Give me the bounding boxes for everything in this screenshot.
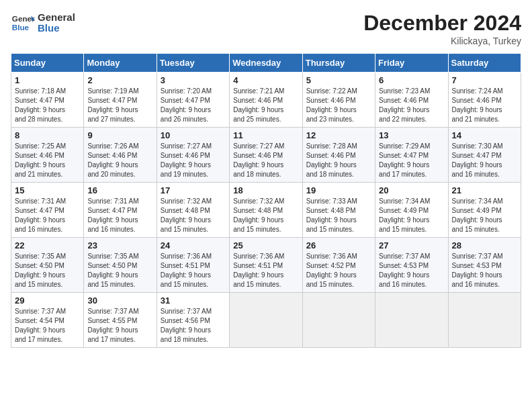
calendar-day-cell: 27Sunrise: 7:37 AM Sunset: 4:53 PM Dayli… bbox=[375, 238, 448, 293]
day-number: 11 bbox=[233, 130, 298, 140]
day-info: Sunrise: 7:36 AM Sunset: 4:52 PM Dayligh… bbox=[306, 252, 371, 289]
calendar-week-row: 15Sunrise: 7:31 AM Sunset: 4:47 PM Dayli… bbox=[11, 183, 521, 238]
day-number: 8 bbox=[15, 130, 80, 140]
calendar-day-cell: 23Sunrise: 7:35 AM Sunset: 4:50 PM Dayli… bbox=[84, 238, 157, 293]
calendar-day-cell: 18Sunrise: 7:32 AM Sunset: 4:48 PM Dayli… bbox=[230, 183, 302, 238]
day-info: Sunrise: 7:26 AM Sunset: 4:46 PM Dayligh… bbox=[87, 142, 152, 179]
calendar-day-cell: 8Sunrise: 7:25 AM Sunset: 4:46 PM Daylig… bbox=[11, 128, 84, 183]
day-number: 4 bbox=[233, 75, 298, 85]
calendar-day-cell: 17Sunrise: 7:32 AM Sunset: 4:48 PM Dayli… bbox=[157, 183, 229, 238]
calendar-day-cell: 24Sunrise: 7:36 AM Sunset: 4:51 PM Dayli… bbox=[157, 238, 229, 293]
day-number: 19 bbox=[306, 185, 371, 195]
day-info: Sunrise: 7:31 AM Sunset: 4:47 PM Dayligh… bbox=[87, 197, 152, 234]
day-number: 9 bbox=[87, 130, 152, 140]
day-info: Sunrise: 7:37 AM Sunset: 4:53 PM Dayligh… bbox=[379, 252, 444, 289]
calendar-day-cell: 28Sunrise: 7:37 AM Sunset: 4:53 PM Dayli… bbox=[448, 238, 521, 293]
calendar-day-cell: 21Sunrise: 7:34 AM Sunset: 4:49 PM Dayli… bbox=[448, 183, 521, 238]
day-info: Sunrise: 7:36 AM Sunset: 4:51 PM Dayligh… bbox=[233, 252, 298, 289]
weekday-header: Friday bbox=[375, 54, 448, 73]
day-number: 31 bbox=[161, 295, 226, 306]
day-info: Sunrise: 7:35 AM Sunset: 4:50 PM Dayligh… bbox=[87, 252, 152, 289]
calendar-day-cell: 3Sunrise: 7:20 AM Sunset: 4:47 PM Daylig… bbox=[157, 73, 229, 128]
day-info: Sunrise: 7:34 AM Sunset: 4:49 PM Dayligh… bbox=[452, 197, 517, 234]
month-title: December 2024 bbox=[363, 11, 521, 36]
calendar-day-cell: 5Sunrise: 7:22 AM Sunset: 4:46 PM Daylig… bbox=[302, 73, 375, 128]
day-info: Sunrise: 7:27 AM Sunset: 4:46 PM Dayligh… bbox=[233, 142, 298, 179]
calendar-day-cell: 10Sunrise: 7:27 AM Sunset: 4:46 PM Dayli… bbox=[157, 128, 229, 183]
day-number: 20 bbox=[379, 185, 444, 195]
title-block: December 2024 Kilickaya, Turkey bbox=[363, 11, 521, 46]
day-info: Sunrise: 7:33 AM Sunset: 4:48 PM Dayligh… bbox=[306, 197, 371, 234]
calendar-week-row: 8Sunrise: 7:25 AM Sunset: 4:46 PM Daylig… bbox=[11, 128, 521, 183]
day-number: 3 bbox=[161, 75, 226, 85]
day-number: 29 bbox=[15, 295, 80, 306]
calendar-week-row: 22Sunrise: 7:35 AM Sunset: 4:50 PM Dayli… bbox=[11, 238, 521, 293]
calendar-day-cell: 4Sunrise: 7:21 AM Sunset: 4:46 PM Daylig… bbox=[230, 73, 302, 128]
calendar-day-cell: 30Sunrise: 7:37 AM Sunset: 4:55 PM Dayli… bbox=[84, 293, 157, 348]
weekday-header: Saturday bbox=[448, 54, 521, 73]
calendar-day-cell: 11Sunrise: 7:27 AM Sunset: 4:46 PM Dayli… bbox=[230, 128, 302, 183]
calendar-day-cell bbox=[375, 293, 448, 348]
logo-line1: General bbox=[38, 12, 75, 24]
logo-line2: Blue bbox=[38, 23, 75, 34]
calendar-day-cell: 2Sunrise: 7:19 AM Sunset: 4:47 PM Daylig… bbox=[84, 73, 157, 128]
day-info: Sunrise: 7:28 AM Sunset: 4:46 PM Dayligh… bbox=[306, 142, 371, 179]
calendar-day-cell: 15Sunrise: 7:31 AM Sunset: 4:47 PM Dayli… bbox=[11, 183, 84, 238]
day-info: Sunrise: 7:29 AM Sunset: 4:47 PM Dayligh… bbox=[379, 142, 444, 179]
day-number: 24 bbox=[161, 240, 226, 250]
day-info: Sunrise: 7:21 AM Sunset: 4:46 PM Dayligh… bbox=[233, 87, 298, 124]
day-number: 13 bbox=[379, 130, 444, 140]
day-info: Sunrise: 7:35 AM Sunset: 4:50 PM Dayligh… bbox=[15, 252, 80, 289]
calendar-day-cell: 25Sunrise: 7:36 AM Sunset: 4:51 PM Dayli… bbox=[230, 238, 302, 293]
day-number: 10 bbox=[161, 130, 226, 140]
logo-icon: General Blue bbox=[11, 11, 35, 35]
page-header: General Blue General Blue December 2024 … bbox=[11, 11, 521, 46]
weekday-header: Thursday bbox=[302, 54, 375, 73]
day-number: 17 bbox=[161, 185, 226, 195]
weekday-header: Tuesday bbox=[157, 54, 229, 73]
day-info: Sunrise: 7:22 AM Sunset: 4:46 PM Dayligh… bbox=[306, 87, 371, 124]
calendar-day-cell: 13Sunrise: 7:29 AM Sunset: 4:47 PM Dayli… bbox=[375, 128, 448, 183]
day-info: Sunrise: 7:32 AM Sunset: 4:48 PM Dayligh… bbox=[233, 197, 298, 234]
day-number: 30 bbox=[87, 295, 152, 306]
day-number: 26 bbox=[306, 240, 371, 250]
calendar-day-cell: 26Sunrise: 7:36 AM Sunset: 4:52 PM Dayli… bbox=[302, 238, 375, 293]
calendar-day-cell: 12Sunrise: 7:28 AM Sunset: 4:46 PM Dayli… bbox=[302, 128, 375, 183]
day-number: 16 bbox=[87, 185, 152, 195]
day-info: Sunrise: 7:19 AM Sunset: 4:47 PM Dayligh… bbox=[87, 87, 152, 124]
day-info: Sunrise: 7:30 AM Sunset: 4:47 PM Dayligh… bbox=[452, 142, 517, 179]
calendar-day-cell bbox=[302, 293, 375, 348]
calendar-day-cell: 9Sunrise: 7:26 AM Sunset: 4:46 PM Daylig… bbox=[84, 128, 157, 183]
calendar-day-cell bbox=[448, 293, 521, 348]
day-number: 14 bbox=[452, 130, 517, 140]
day-info: Sunrise: 7:37 AM Sunset: 4:54 PM Dayligh… bbox=[15, 307, 80, 345]
day-number: 15 bbox=[15, 185, 80, 195]
day-number: 6 bbox=[379, 75, 444, 85]
day-info: Sunrise: 7:20 AM Sunset: 4:47 PM Dayligh… bbox=[161, 87, 226, 124]
weekday-header: Monday bbox=[84, 54, 157, 73]
day-info: Sunrise: 7:36 AM Sunset: 4:51 PM Dayligh… bbox=[161, 252, 226, 289]
calendar-week-row: 29Sunrise: 7:37 AM Sunset: 4:54 PM Dayli… bbox=[11, 293, 521, 348]
day-info: Sunrise: 7:25 AM Sunset: 4:46 PM Dayligh… bbox=[15, 142, 80, 179]
logo: General Blue General Blue bbox=[11, 11, 75, 35]
calendar-day-cell: 14Sunrise: 7:30 AM Sunset: 4:47 PM Dayli… bbox=[448, 128, 521, 183]
day-number: 21 bbox=[452, 185, 517, 195]
day-number: 5 bbox=[306, 75, 371, 85]
day-info: Sunrise: 7:37 AM Sunset: 4:53 PM Dayligh… bbox=[452, 252, 517, 289]
day-number: 25 bbox=[233, 240, 298, 250]
calendar-day-cell: 20Sunrise: 7:34 AM Sunset: 4:49 PM Dayli… bbox=[375, 183, 448, 238]
svg-text:Blue: Blue bbox=[12, 23, 30, 32]
day-info: Sunrise: 7:23 AM Sunset: 4:46 PM Dayligh… bbox=[379, 87, 444, 124]
day-info: Sunrise: 7:32 AM Sunset: 4:48 PM Dayligh… bbox=[161, 197, 226, 234]
day-info: Sunrise: 7:24 AM Sunset: 4:46 PM Dayligh… bbox=[452, 87, 517, 124]
calendar-day-cell: 22Sunrise: 7:35 AM Sunset: 4:50 PM Dayli… bbox=[11, 238, 84, 293]
day-info: Sunrise: 7:18 AM Sunset: 4:47 PM Dayligh… bbox=[15, 87, 80, 124]
calendar-day-cell: 31Sunrise: 7:37 AM Sunset: 4:56 PM Dayli… bbox=[157, 293, 229, 348]
day-number: 1 bbox=[15, 75, 80, 85]
calendar-day-cell bbox=[230, 293, 302, 348]
day-number: 27 bbox=[379, 240, 444, 250]
calendar-day-cell: 7Sunrise: 7:24 AM Sunset: 4:46 PM Daylig… bbox=[448, 73, 521, 128]
day-info: Sunrise: 7:37 AM Sunset: 4:55 PM Dayligh… bbox=[87, 307, 152, 345]
calendar-day-cell: 29Sunrise: 7:37 AM Sunset: 4:54 PM Dayli… bbox=[11, 293, 84, 348]
day-number: 12 bbox=[306, 130, 371, 140]
